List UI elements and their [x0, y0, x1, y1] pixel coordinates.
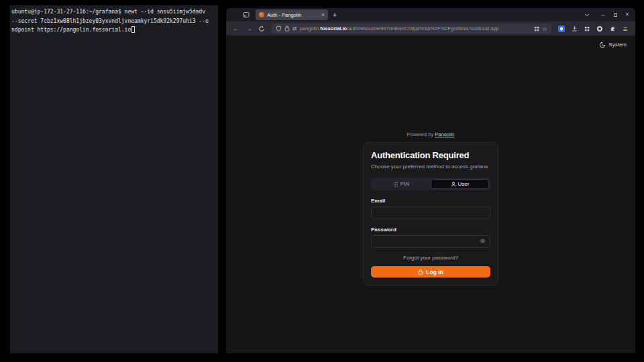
extension-bitwarden-icon[interactable]	[556, 23, 567, 34]
login-button[interactable]: Log in	[371, 266, 490, 278]
theme-toggle-label: System	[608, 42, 627, 48]
tab-title: Auth - Pangolin	[267, 12, 319, 18]
terminal-cursor	[131, 26, 135, 33]
password-label: Password	[371, 227, 490, 233]
keypad-icon	[394, 182, 398, 187]
url-bar[interactable]: ⇄ pangolin.fossorial.io/auth/resource/90…	[272, 23, 551, 34]
tab-pin[interactable]: PIN	[372, 179, 431, 189]
auth-column: Powered by Pangolin Authentication Requi…	[363, 131, 498, 286]
tab-overflow-chevron-icon[interactable]	[582, 9, 592, 20]
shortcuts-grid-icon[interactable]	[534, 26, 539, 32]
menu-hamburger-icon[interactable]: ≡	[620, 23, 631, 34]
extension-circle-icon[interactable]	[594, 23, 605, 34]
card-title: Authentication Required	[371, 150, 490, 160]
terminal-window[interactable]: ubuntu@ip-172-31-27-116:~/grafana$ newt …	[10, 5, 218, 353]
login-lock-icon	[418, 269, 423, 275]
password-field[interactable]	[371, 235, 490, 248]
terminal-line: ndpoint https://pangolin.fossorial.io	[11, 25, 217, 35]
window-close-button[interactable]: ×	[622, 9, 633, 20]
minimize-icon: –	[601, 11, 605, 18]
powered-by: Powered by Pangolin	[363, 131, 498, 137]
forgot-password-link[interactable]: Forgot your password?	[371, 255, 490, 261]
tab-close-icon[interactable]: ×	[321, 12, 325, 18]
browser-window: Auth - Pangolin × + – × ← →	[226, 8, 635, 353]
url-text: pangolin.fossorial.io/auth/resource/90?r…	[300, 25, 531, 32]
navigation-bar: ← → ⇄ pangolin.fossorial.io/auth/resourc…	[226, 21, 635, 36]
tab-bar: Auth - Pangolin × + – ×	[226, 8, 635, 21]
window-controls: – ×	[598, 9, 633, 20]
back-button[interactable]: ←	[231, 23, 241, 34]
card-subtitle: Choose your preferred method to access g…	[371, 164, 490, 170]
tab-auth-pangolin[interactable]: Auth - Pangolin ×	[256, 9, 328, 20]
terminal-line: ubuntu@ip-172-31-27-116:~/grafana$ newt …	[11, 7, 217, 17]
new-tab-button[interactable]: +	[329, 9, 340, 20]
page-content: System Powered by Pangolin Authenticatio…	[226, 36, 635, 353]
tracking-shield-icon[interactable]	[276, 25, 282, 32]
maximize-icon	[614, 13, 617, 17]
auth-method-tabs: PIN User	[371, 178, 490, 190]
email-label: Email	[371, 198, 490, 204]
email-field[interactable]	[371, 206, 490, 219]
powered-by-text: Powered by	[407, 131, 434, 137]
tab-user-label: User	[458, 181, 470, 187]
close-icon: ×	[625, 11, 629, 18]
bookmark-star-icon[interactable]: ☆	[542, 25, 547, 32]
pangolin-link[interactable]: Pangolin	[435, 131, 454, 137]
downloads-button[interactable]	[569, 23, 580, 34]
reload-button[interactable]	[256, 23, 267, 34]
show-password-eye-icon[interactable]	[480, 239, 486, 243]
login-button-label: Log in	[426, 269, 443, 276]
window-maximize-button[interactable]	[610, 9, 621, 20]
firefox-view-icon[interactable]	[241, 9, 252, 20]
pangolin-favicon-icon	[259, 12, 264, 17]
window-minimize-button[interactable]: –	[598, 9, 608, 20]
account-containers-icon[interactable]	[582, 23, 592, 34]
terminal-line: --secret 7cbz1xw08lh1jbzey03yxvndljvneam…	[11, 17, 217, 26]
forward-button[interactable]: →	[244, 23, 254, 34]
tab-pin-label: PIN	[400, 181, 409, 187]
user-icon	[451, 182, 456, 187]
moon-icon	[600, 42, 606, 48]
extensions-puzzle-icon[interactable]	[607, 23, 618, 34]
auth-card: Authentication Required Choose your pref…	[363, 142, 498, 286]
theme-toggle[interactable]: System	[600, 42, 627, 48]
container-arrows-icon: ⇄	[292, 26, 297, 32]
lock-icon[interactable]	[284, 25, 290, 32]
tab-user[interactable]: User	[431, 179, 489, 189]
